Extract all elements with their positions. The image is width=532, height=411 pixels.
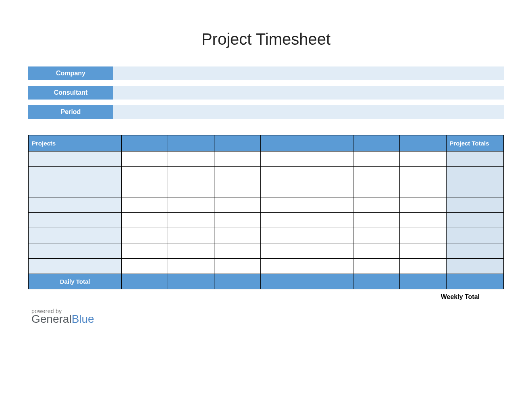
hours-cell[interactable] xyxy=(122,152,168,167)
project-name-cell[interactable] xyxy=(29,228,122,243)
project-total-cell xyxy=(446,213,503,228)
hours-cell[interactable] xyxy=(214,243,261,259)
hours-cell[interactable] xyxy=(353,152,400,167)
hours-cell[interactable] xyxy=(261,228,307,243)
company-label: Company xyxy=(28,66,113,80)
consultant-row: Consultant xyxy=(28,86,504,100)
daily-total-grand xyxy=(446,274,503,289)
header-day6[interactable] xyxy=(353,135,400,152)
hours-cell[interactable] xyxy=(400,213,446,228)
hours-cell[interactable] xyxy=(307,228,353,243)
hours-cell[interactable] xyxy=(353,243,400,259)
hours-cell[interactable] xyxy=(168,243,214,259)
hours-cell[interactable] xyxy=(122,243,168,259)
hours-cell[interactable] xyxy=(261,213,307,228)
hours-cell[interactable] xyxy=(214,167,261,182)
timesheet-table: Projects Project Totals Daily Total xyxy=(28,135,504,289)
brand-part1: General xyxy=(31,313,72,325)
hours-cell[interactable] xyxy=(307,167,353,182)
hours-cell[interactable] xyxy=(400,152,446,167)
hours-cell[interactable] xyxy=(168,167,214,182)
page: Project Timesheet Company Consultant Per… xyxy=(0,0,532,341)
header-day3[interactable] xyxy=(214,135,261,152)
hours-cell[interactable] xyxy=(261,197,307,213)
hours-cell[interactable] xyxy=(353,182,400,197)
header-day5[interactable] xyxy=(307,135,353,152)
hours-cell[interactable] xyxy=(214,182,261,197)
project-name-cell[interactable] xyxy=(29,197,122,213)
hours-cell[interactable] xyxy=(214,213,261,228)
hours-cell[interactable] xyxy=(168,197,214,213)
hours-cell[interactable] xyxy=(122,182,168,197)
daily-total-d2 xyxy=(168,274,214,289)
period-input[interactable] xyxy=(113,105,504,119)
project-name-cell[interactable] xyxy=(29,213,122,228)
table-row xyxy=(29,152,504,167)
project-total-cell xyxy=(446,152,503,167)
hours-cell[interactable] xyxy=(353,197,400,213)
hours-cell[interactable] xyxy=(214,197,261,213)
hours-cell[interactable] xyxy=(168,228,214,243)
hours-cell[interactable] xyxy=(214,228,261,243)
table-row xyxy=(29,167,504,182)
hours-cell[interactable] xyxy=(168,259,214,274)
hours-cell[interactable] xyxy=(168,182,214,197)
hours-cell[interactable] xyxy=(307,259,353,274)
hours-cell[interactable] xyxy=(400,197,446,213)
hours-cell[interactable] xyxy=(353,213,400,228)
weekly-total-label: Weekly Total xyxy=(28,289,504,301)
header-day1[interactable] xyxy=(122,135,168,152)
project-name-cell[interactable] xyxy=(29,182,122,197)
daily-total-row: Daily Total xyxy=(29,274,504,289)
hours-cell[interactable] xyxy=(307,213,353,228)
hours-cell[interactable] xyxy=(214,259,261,274)
hours-cell[interactable] xyxy=(122,213,168,228)
daily-total-d6 xyxy=(353,274,400,289)
table-row xyxy=(29,213,504,228)
hours-cell[interactable] xyxy=(214,152,261,167)
project-name-cell[interactable] xyxy=(29,152,122,167)
company-input[interactable] xyxy=(113,66,504,80)
consultant-label: Consultant xyxy=(28,86,113,100)
hours-cell[interactable] xyxy=(307,243,353,259)
table-header-row: Projects Project Totals xyxy=(29,135,504,152)
project-total-cell xyxy=(446,182,503,197)
hours-cell[interactable] xyxy=(122,228,168,243)
table-row xyxy=(29,197,504,213)
hours-cell[interactable] xyxy=(307,197,353,213)
daily-total-d5 xyxy=(307,274,353,289)
project-name-cell[interactable] xyxy=(29,167,122,182)
consultant-input[interactable] xyxy=(113,86,504,100)
hours-cell[interactable] xyxy=(307,182,353,197)
hours-cell[interactable] xyxy=(400,243,446,259)
daily-total-d7 xyxy=(400,274,446,289)
hours-cell[interactable] xyxy=(168,213,214,228)
header-day4[interactable] xyxy=(261,135,307,152)
header-project-totals: Project Totals xyxy=(446,135,503,152)
hours-cell[interactable] xyxy=(353,259,400,274)
hours-cell[interactable] xyxy=(261,182,307,197)
table-row xyxy=(29,228,504,243)
hours-cell[interactable] xyxy=(122,259,168,274)
hours-cell[interactable] xyxy=(400,167,446,182)
hours-cell[interactable] xyxy=(261,243,307,259)
hours-cell[interactable] xyxy=(122,167,168,182)
hours-cell[interactable] xyxy=(261,167,307,182)
hours-cell[interactable] xyxy=(400,228,446,243)
hours-cell[interactable] xyxy=(353,228,400,243)
table-row xyxy=(29,182,504,197)
hours-cell[interactable] xyxy=(353,167,400,182)
hours-cell[interactable] xyxy=(122,197,168,213)
hours-cell[interactable] xyxy=(307,152,353,167)
header-day2[interactable] xyxy=(168,135,214,152)
company-row: Company xyxy=(28,66,504,80)
hours-cell[interactable] xyxy=(400,182,446,197)
hours-cell[interactable] xyxy=(400,259,446,274)
project-name-cell[interactable] xyxy=(29,259,122,274)
project-name-cell[interactable] xyxy=(29,243,122,259)
hours-cell[interactable] xyxy=(261,152,307,167)
header-day7[interactable] xyxy=(400,135,446,152)
hours-cell[interactable] xyxy=(261,259,307,274)
hours-cell[interactable] xyxy=(168,152,214,167)
project-total-cell xyxy=(446,243,503,259)
